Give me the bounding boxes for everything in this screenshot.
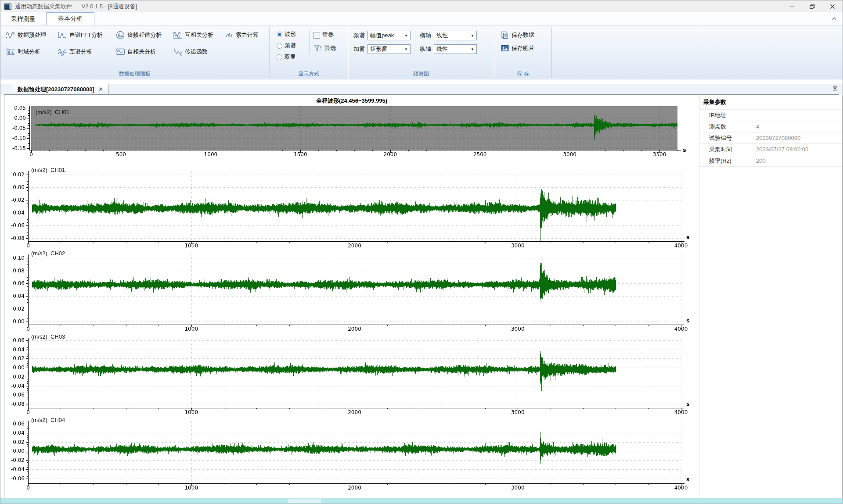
field-y-axis-scale: 纵轴线性▼ xyxy=(420,44,477,54)
params-panel-title: 采集参数 xyxy=(699,95,842,109)
field-label: 纵轴 xyxy=(420,45,431,53)
chevron-up-icon xyxy=(831,16,837,21)
field-spectrum-type: 频谱幅值peak▼ xyxy=(353,31,411,40)
main-content: 全程波形(24.456~3599.995) (m/s2) CH01(m/s2) … xyxy=(4,94,839,500)
group-label-save: 保 存 xyxy=(494,70,551,78)
ribbon: 数据预处理自谱FFT分析倍频程谱分析互相关分析索力计算 时域分析互谱分析自相关分… xyxy=(0,25,843,79)
spectrum-type-dropdown[interactable]: 幅值peak▼ xyxy=(367,31,411,40)
ribbon-group-save: 保存数据保存图片 保 存 xyxy=(494,26,551,79)
radio-spectrum-icon[interactable] xyxy=(277,43,282,49)
checkbox-overlay[interactable]: 重叠 xyxy=(313,31,336,39)
dropdown-value: 矩形窗 xyxy=(370,45,387,53)
filter-icon xyxy=(313,44,322,52)
x-axis-scale-dropdown[interactable]: 线性▼ xyxy=(434,31,477,40)
waveform-canvas-ch03[interactable] xyxy=(5,333,699,417)
waveform-canvas-overview[interactable] xyxy=(5,104,699,166)
params-table: IP地址测点数4试验编号20230727080000采集时间2023/07/27… xyxy=(699,109,842,167)
ribbon-separator xyxy=(551,27,552,78)
fft-icon xyxy=(58,31,67,39)
ribbon-button-auto-fft-analysis[interactable]: 自谱FFT分析 xyxy=(58,31,115,39)
y-axis-scale-dropdown[interactable]: 线性▼ xyxy=(434,44,477,54)
param-value: 200 xyxy=(751,157,766,164)
cable-force-icon xyxy=(225,31,234,39)
waveform-canvas-ch02[interactable] xyxy=(5,250,699,333)
tab-basic-analysis[interactable]: 基本分析 xyxy=(46,12,94,25)
cross-spectrum-icon xyxy=(58,47,67,56)
ribbon-button-data-preprocess[interactable]: 数据预处理 xyxy=(6,31,58,39)
radio-dual-display-icon[interactable] xyxy=(277,54,282,60)
chevron-down-icon: ▼ xyxy=(404,34,408,38)
ribbon-button-label: 保存图片 xyxy=(512,44,534,52)
group-label-spectrum-chart: 频谱图 xyxy=(348,70,494,78)
radio-option-spectrum[interactable]: 频谱 xyxy=(277,42,308,50)
display-mode-toggles: 重叠筛选 xyxy=(313,30,336,61)
ribbon-button-cable-force-calc[interactable]: 索力计算 xyxy=(225,31,259,39)
chart-area: 全程波形(24.456~3599.995) (m/s2) CH01(m/s2) … xyxy=(5,95,699,499)
overlay-checkbox[interactable] xyxy=(313,32,320,39)
document-tab-bar: 数据预处理[20230727080000] ✕ xyxy=(0,84,843,94)
tab-close-icon[interactable]: ✕ xyxy=(98,86,103,93)
chevron-down-icon: ▼ xyxy=(471,47,474,51)
ribbon-button-cross-spectrum-analysis[interactable]: 互谱分析 xyxy=(58,47,115,56)
waveform-chart-ch02: (m/s2) CH02 xyxy=(5,250,699,333)
window-title: 通用动态数据采集软件 V2.0.1.5 - [8通道设备] xyxy=(15,3,137,11)
acquisition-params-panel: 采集参数 IP地址测点数4试验编号20230727080000采集时间2023/… xyxy=(699,95,843,499)
ribbon-button-save-image[interactable]: 保存图片 xyxy=(501,44,551,52)
application-window: { "window": { "title": "通用动态数据采集软件 V2.0.… xyxy=(0,0,843,504)
display-mode-radios: 波形频谱双显 xyxy=(277,30,308,61)
group-label-display-mode: 显示方式 xyxy=(270,70,348,78)
ribbon-button-transfer-function[interactable]: 15传递函数 xyxy=(173,47,225,56)
dropdown-value: 线性 xyxy=(436,32,448,39)
channel-label-ch02: (m/s2) CH02 xyxy=(31,250,65,257)
dropdown-value: 幅值peak xyxy=(370,32,394,39)
close-button[interactable] xyxy=(822,0,843,12)
tab-sampling-measure[interactable]: 采样测量 xyxy=(0,13,46,25)
radio-waveform-icon[interactable] xyxy=(277,32,282,37)
radio-label: 频谱 xyxy=(285,42,296,50)
ribbon-group-spectrum-chart: 频谱幅值peak▼加窗矩形窗▼ 横轴线性▼纵轴线性▼ 频谱图 xyxy=(348,26,494,79)
restore-button[interactable] xyxy=(802,0,822,12)
gap-row xyxy=(0,79,843,84)
radio-option-waveform[interactable]: 波形 xyxy=(277,30,308,38)
window-function-dropdown[interactable]: 矩形窗▼ xyxy=(367,44,411,54)
tab-list-icon xyxy=(832,85,838,91)
waveform-canvas-ch04[interactable] xyxy=(5,417,699,498)
auto-correlation-icon xyxy=(115,47,125,56)
menubar: 采样测量 基本分析 xyxy=(0,12,843,25)
field-label: 加窗 xyxy=(353,45,365,53)
param-row-测点数: 测点数4 xyxy=(699,121,842,132)
ribbon-button-label: 保存数据 xyxy=(512,31,534,39)
save-buttons: 保存数据保存图片 xyxy=(494,26,551,52)
radio-label: 双显 xyxy=(285,53,296,61)
waveform-chart-ch04: (m/s2) CH04 xyxy=(5,417,699,498)
param-label: 测点数 xyxy=(699,121,751,132)
radio-option-dual-display[interactable]: 双显 xyxy=(277,53,308,61)
transfer-function-icon: 15 xyxy=(173,47,183,56)
ribbon-button-label: 时域分析 xyxy=(18,48,40,56)
ribbon-row-1: 数据预处理自谱FFT分析倍频程谱分析互相关分析索力计算 xyxy=(0,27,269,43)
waveform-canvas-ch01[interactable] xyxy=(5,167,699,250)
ribbon-button-octave-spectrum-analysis[interactable]: 倍频程谱分析 xyxy=(115,31,173,39)
restore-icon xyxy=(810,4,815,9)
svg-text:5: 5 xyxy=(180,54,182,56)
param-label: 频率(Hz) xyxy=(699,155,751,166)
ribbon-button-save-data[interactable]: 保存数据 xyxy=(501,31,551,39)
button-filter[interactable]: 筛选 xyxy=(313,44,336,52)
octave-icon xyxy=(115,31,125,39)
ribbon-button-cross-correlation-analysis[interactable]: 互相关分析 xyxy=(173,31,225,39)
field-label: 横轴 xyxy=(420,32,431,39)
minimize-button[interactable] xyxy=(782,0,802,12)
tab-list-button[interactable] xyxy=(832,85,838,92)
field-window-function: 加窗矩形窗▼ xyxy=(353,44,411,54)
toggle-label: 重叠 xyxy=(322,31,334,39)
svg-text:1: 1 xyxy=(173,47,175,50)
ribbon-collapse-button[interactable] xyxy=(831,16,837,22)
taskbar-strip xyxy=(0,498,843,504)
param-label: 试验编号 xyxy=(699,132,751,143)
spectrum-fields-left: 频谱幅值peak▼加窗矩形窗▼ xyxy=(353,31,411,54)
ribbon-group-data-processing: 数据预处理自谱FFT分析倍频程谱分析互相关分析索力计算 时域分析互谱分析自相关分… xyxy=(0,26,269,79)
document-tab-preprocess[interactable]: 数据预处理[20230727080000] ✕ xyxy=(7,84,109,94)
ribbon-button-time-domain-analysis[interactable]: 时域分析 xyxy=(6,47,58,56)
time-domain-icon xyxy=(6,47,15,56)
ribbon-button-auto-correlation-analysis[interactable]: 自相关分析 xyxy=(115,47,173,56)
